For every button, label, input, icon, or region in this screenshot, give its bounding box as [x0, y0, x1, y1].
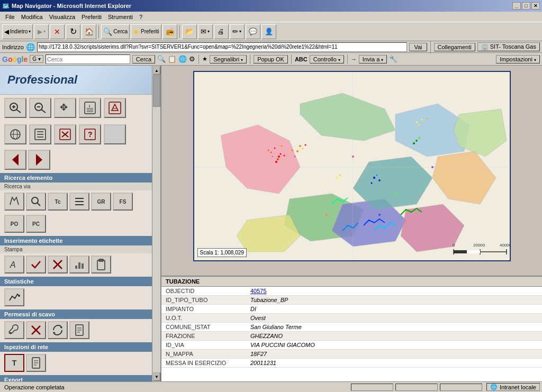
pc-button[interactable]: PC: [26, 215, 46, 233]
media-button[interactable]: 📻: [162, 24, 177, 39]
stop-button[interactable]: ✕: [50, 24, 65, 39]
clipboard-button[interactable]: [91, 256, 111, 274]
wrench-icon[interactable]: 🔧: [389, 55, 398, 63]
google-logo: Google: [2, 55, 28, 63]
maximize-button[interactable]: □: [522, 2, 530, 10]
empty-button[interactable]: [104, 124, 126, 144]
zoom-in-button[interactable]: [4, 98, 26, 118]
help-button[interactable]: ?: [79, 124, 101, 144]
label-a-button[interactable]: A: [4, 256, 24, 274]
messenger-button[interactable]: 👤: [261, 24, 276, 39]
zoom-out-button[interactable]: [29, 98, 51, 118]
prev-button[interactable]: [4, 150, 26, 170]
sidebar-scrollbar[interactable]: ▲ ▼: [152, 66, 160, 381]
data-table-header: TUBAZIONE: [161, 277, 542, 287]
permessi-clear-button[interactable]: [26, 321, 46, 339]
segnalibri-button[interactable]: Segnalibri ▾: [210, 55, 247, 63]
permessi-doc-button[interactable]: [69, 321, 89, 339]
sit-button[interactable]: 🏢 SIT- Toscana Gas: [477, 42, 540, 51]
minimize-button[interactable]: _: [512, 2, 521, 10]
next-button[interactable]: [28, 150, 50, 170]
edit-button[interactable]: ✏ ▾: [230, 24, 245, 39]
favorites-button[interactable]: ★ Preferiti: [131, 24, 161, 39]
back-button[interactable]: ◀ Indietro ▾: [2, 24, 33, 39]
history-button[interactable]: 📂: [182, 24, 197, 39]
svg-point-70: [278, 156, 280, 158]
menu-strumenti[interactable]: Strumenti: [105, 13, 136, 21]
invia-dropdown-icon[interactable]: ▾: [381, 58, 383, 62]
google-icon-1[interactable]: 🔍: [157, 55, 166, 63]
print-button[interactable]: 🖨: [214, 24, 229, 39]
list-icon: [33, 127, 48, 141]
forward-dropdown-icon[interactable]: ▾: [43, 29, 46, 34]
edit-dropdown-icon[interactable]: ▾: [239, 29, 241, 34]
vai-button[interactable]: Vai: [409, 43, 427, 51]
inserimento-tools: A: [0, 253, 152, 276]
search-button[interactable]: 🔍 Cerca: [101, 24, 130, 39]
prev-icon: [8, 152, 23, 168]
chart-button[interactable]: [69, 256, 89, 274]
list2-button[interactable]: [69, 193, 89, 211]
menu-preferiti[interactable]: Preferiti: [78, 13, 105, 21]
edit-tool-button[interactable]: [104, 98, 126, 118]
ricerca-draw-button[interactable]: [4, 193, 24, 211]
menu-visualizza[interactable]: Visualizza: [46, 13, 78, 21]
permessi-refresh-button[interactable]: [48, 321, 68, 339]
clear-button[interactable]: [54, 124, 76, 144]
abc-icon: ABC: [295, 56, 308, 62]
info-icon: i: [83, 101, 97, 115]
google-search-button[interactable]: Cerca: [132, 55, 155, 63]
ispezioni-doc-button[interactable]: [26, 354, 46, 372]
google-search-input[interactable]: [46, 54, 130, 64]
address-input[interactable]: [37, 42, 407, 52]
clear-icon: [58, 127, 73, 141]
popup-ok-button[interactable]: Popup OK: [254, 55, 288, 63]
menu-help[interactable]: ?: [136, 13, 146, 21]
globe-button[interactable]: [4, 124, 26, 144]
wrench-button[interactable]: [4, 321, 24, 339]
svg-rect-39: [78, 262, 80, 269]
text-c-button[interactable]: Tc: [48, 193, 68, 211]
menu-file[interactable]: File: [2, 13, 18, 21]
clipboard-icon: [95, 258, 107, 271]
menu-bar: File Modifica Visualizza Preferiti Strum…: [0, 12, 542, 22]
forward-button[interactable]: ▶ ▾: [34, 24, 49, 39]
svg-point-85: [413, 142, 415, 144]
mail-button[interactable]: ✉ ▾: [198, 24, 213, 39]
fs-button[interactable]: FS: [113, 193, 133, 211]
gr-button[interactable]: GR: [91, 193, 111, 211]
back-dropdown-icon[interactable]: ▾: [29, 29, 31, 34]
google-icon-2[interactable]: 📋: [168, 55, 176, 63]
address-bar: Indirizzo 🌐 Vai Collegamenti 🏢 SIT- Tosc…: [0, 41, 542, 53]
list-button[interactable]: [29, 124, 51, 144]
po-button[interactable]: PO: [4, 215, 24, 233]
controllo-button[interactable]: Controllo ▾: [310, 55, 344, 63]
svg-point-86: [336, 177, 338, 179]
edit-icon: ✏: [232, 28, 238, 35]
pan-button[interactable]: ✥: [54, 98, 76, 118]
stamp-check-button[interactable]: [26, 256, 46, 274]
text-t-button[interactable]: T: [4, 354, 24, 372]
impostazioni-dropdown-icon[interactable]: ▾: [534, 58, 536, 62]
discuss-button[interactable]: 💬: [246, 24, 260, 39]
google-sep-4: [347, 54, 348, 64]
stamp-clear-button[interactable]: [48, 256, 68, 274]
stats-button[interactable]: [4, 288, 24, 306]
google-icon-3[interactable]: 🌐: [178, 55, 187, 63]
collegamenti-button[interactable]: Collegamenti: [434, 43, 475, 51]
close-button[interactable]: ✕: [531, 2, 540, 10]
table-row: FRAZIONEGHEZZANO: [161, 332, 542, 341]
window-controls[interactable]: _ □ ✕: [512, 2, 540, 10]
invia-button[interactable]: Invia a ▾: [359, 55, 387, 63]
mail-dropdown-icon[interactable]: ▾: [207, 29, 210, 34]
ricerca-search-button[interactable]: [26, 193, 46, 211]
svg-point-77: [296, 150, 299, 152]
home-button[interactable]: 🏠: [82, 24, 96, 39]
google-icon-4[interactable]: ⚙: [189, 55, 195, 63]
segnalibri-dropdown-icon[interactable]: ▾: [241, 58, 243, 62]
controllo-dropdown-icon[interactable]: ▾: [338, 58, 340, 62]
menu-modifica[interactable]: Modifica: [18, 13, 46, 21]
info-button[interactable]: i: [79, 98, 101, 118]
refresh-button[interactable]: ↻: [66, 24, 80, 39]
impostazioni-button[interactable]: Impostazioni ▾: [496, 55, 540, 63]
